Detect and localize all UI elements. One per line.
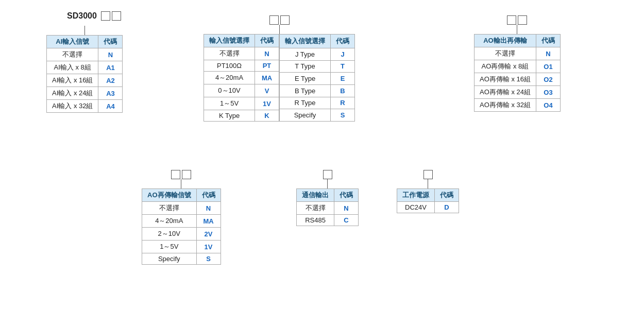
comm-header-signal: 通信輸出 [297, 189, 334, 202]
comm-header-code: 代碼 [334, 189, 359, 202]
ai-row-0-signal: 不選擇 [47, 48, 98, 61]
is1-code-3: V [255, 84, 279, 97]
is2-code-4: R [331, 97, 355, 109]
is2-code-1: T [331, 60, 355, 73]
is2-code-0: J [331, 48, 355, 60]
is2-row-4: R Type [280, 97, 331, 109]
is1-header-signal: 輸入信號選擇 [204, 35, 255, 47]
ai-row-2-code: A2 [98, 74, 123, 87]
ao-row-1: AO再傳輸 x 8組 [474, 60, 536, 73]
aos-code-0: N [196, 202, 221, 215]
conn-box-2 [112, 11, 121, 21]
aos-header-signal: AO再傳輸信號 [142, 189, 197, 202]
ao-code-2: O2 [536, 73, 560, 86]
aos-vert-line [181, 179, 181, 188]
is1-row-2: 4～20mA [204, 72, 255, 84]
power-header-code: 代碼 [435, 189, 459, 202]
ai-row-1-signal: AI輸入 x 8組 [47, 61, 98, 74]
ao-output-table: AO輸出再傳輸 代碼 不選擇 N AO再傳輸 x 8組 O1 AO再傳輸 x 1… [474, 34, 561, 112]
is2-row-3: B Type [280, 84, 331, 97]
is1-code-2: MA [255, 72, 279, 84]
ai-row-1-code: A1 [98, 61, 123, 74]
ao-vert-line [517, 25, 517, 34]
ai-header-code: 代碼 [98, 36, 123, 48]
is1-row-4: 1～5V [204, 97, 255, 110]
aos-row-4: Specify [142, 253, 197, 265]
power-conn-box-1 [423, 170, 433, 179]
power-code-0: D [435, 202, 459, 213]
is2-row-0: J Type [280, 48, 331, 60]
is1-code-0: N [255, 47, 279, 60]
is-conn-box-2 [280, 15, 290, 25]
ao-row-3: AO再傳輸 x 24組 [474, 86, 536, 99]
comm-row-1: RS485 [297, 215, 334, 226]
ai-row-4-code: A4 [98, 100, 123, 113]
ao-header-code: 代碼 [536, 35, 560, 47]
power-row-0: DC24V [397, 202, 435, 213]
ai-block: AI輸入信號 代碼 不選擇 N AI輸入 x 8組 A1 AI輸入 x 16組 … [46, 26, 123, 113]
is-conn-box-1 [269, 15, 279, 25]
power-connector [423, 170, 433, 179]
comm-block: 通信輸出 代碼 不選擇 N RS485 C [296, 170, 359, 226]
comm-vert-line [327, 179, 328, 188]
is1-code-1: PT [255, 60, 279, 72]
input-signal-connector [269, 15, 290, 25]
power-vert-line [428, 179, 428, 188]
ao-conn-box-1 [507, 15, 516, 25]
comm-code-1: C [334, 215, 359, 226]
input-signal-table2: 輸入信號選擇 代碼 J Type J T Type T E Type E B T… [279, 34, 355, 122]
is2-row-5: Specify [280, 109, 331, 122]
ao-signal-connector [171, 170, 191, 179]
ai-row-3-code: A3 [98, 87, 123, 100]
is2-header-code: 代碼 [331, 35, 355, 48]
ao-code-3: O3 [536, 86, 560, 99]
ai-row-2-signal: AI輸入 x 16組 [47, 74, 98, 87]
is1-row-1: PT100Ω [204, 60, 255, 72]
ai-row-3-signal: AI輸入 x 24組 [47, 87, 98, 100]
page-container: SD3000 AI輸入信號 代碼 不選擇 N AI輸入 x 8組 A1 AI輸入… [0, 0, 644, 309]
aos-code-1: MA [196, 215, 221, 228]
sd-connector [101, 11, 121, 21]
conn-box-1 [101, 11, 110, 21]
aos-conn-box-2 [182, 170, 191, 179]
comm-connector [323, 170, 332, 179]
is-vert-line [279, 25, 280, 34]
ai-row-4-signal: AI輸入 x 32組 [47, 100, 98, 113]
ao-signal-block: AO再傳輸信號 代碼 不選擇 N 4～20mA MA 2～10V 2V 1～5V… [142, 170, 221, 265]
ao-conn-box-2 [518, 15, 527, 25]
ai-row-0-code: N [98, 48, 123, 61]
aos-row-0: 不選擇 [142, 202, 197, 215]
is2-code-5: S [331, 109, 355, 122]
ao-code-1: O1 [536, 60, 560, 73]
aos-row-2: 2～10V [142, 228, 197, 241]
is2-code-2: E [331, 73, 355, 85]
ao-code-4: O4 [536, 99, 560, 112]
input-signal-table1: 輸入信號選擇 代碼 不選擇 N PT100Ω PT 4～20mA MA 0～10… [204, 34, 279, 122]
ao-row-0: 不選擇 [474, 47, 536, 60]
comm-code-0: N [334, 202, 359, 215]
comm-row-0: 不選擇 [297, 202, 334, 215]
ao-output-block: AO輸出再傳輸 代碼 不選擇 N AO再傳輸 x 8組 O1 AO再傳輸 x 1… [474, 15, 561, 112]
input-signal-tables: 輸入信號選擇 代碼 不選擇 N PT100Ω PT 4～20mA MA 0～10… [204, 34, 355, 122]
is2-code-3: B [331, 84, 355, 97]
is1-header-code: 代碼 [255, 35, 279, 47]
comm-conn-box-1 [323, 170, 332, 179]
aos-row-3: 1～5V [142, 241, 197, 253]
ao-header-signal: AO輸出再傳輸 [474, 35, 536, 47]
is2-row-1: T Type [280, 60, 331, 73]
sd-header: SD3000 [67, 11, 121, 21]
aos-conn-box-1 [171, 170, 180, 179]
aos-row-1: 4～20mA [142, 215, 197, 228]
is1-code-4: 1V [255, 97, 279, 110]
ai-table: AI輸入信號 代碼 不選擇 N AI輸入 x 8組 A1 AI輸入 x 16組 … [46, 35, 123, 113]
ai-header-signal: AI輸入信號 [47, 36, 98, 48]
aos-code-3: 1V [196, 241, 221, 253]
power-table: 工作電源 代碼 DC24V D [397, 188, 459, 213]
ao-output-connector [507, 15, 527, 25]
sd-label: SD3000 [67, 11, 97, 21]
is1-row-3: 0～10V [204, 84, 255, 97]
aos-header-code: 代碼 [196, 189, 221, 202]
is1-code-5: K [255, 110, 279, 122]
aos-code-4: S [196, 253, 221, 265]
power-block: 工作電源 代碼 DC24V D [397, 170, 459, 213]
